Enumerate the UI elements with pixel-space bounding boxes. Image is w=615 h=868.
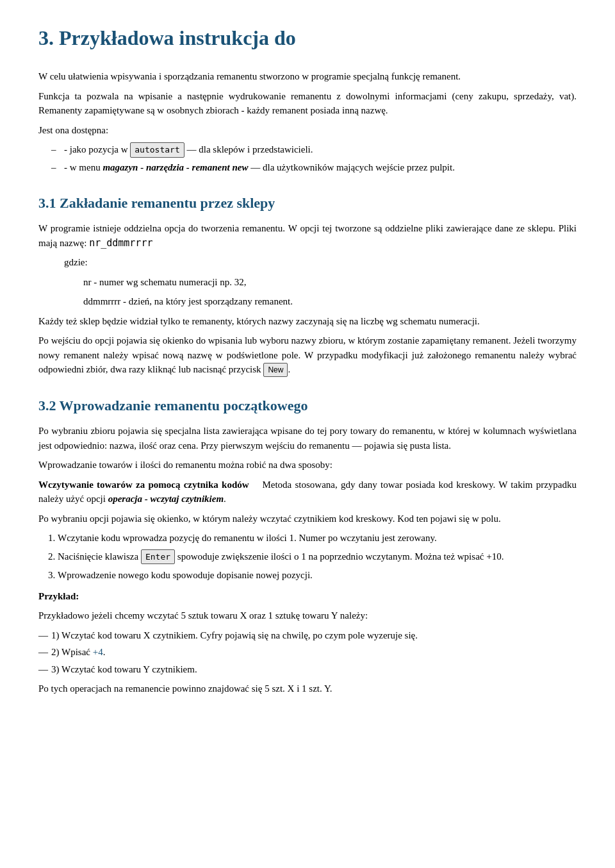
page-title: 3. Przykładowa instrukcja do — [38, 26, 577, 50]
method1-p2: Po wybraniu opcji pojawia się okienko, w… — [38, 512, 577, 526]
example-step-2: 2) Wpisać +4. — [38, 645, 577, 660]
method1-para: Wczytywanie towarów za pomocą czytnika k… — [38, 478, 577, 506]
section-31: 3.1 Zakładanie remanentu przez sklepy W … — [38, 192, 577, 377]
intro-section: W celu ułatwienia wpisywania i sporządza… — [38, 69, 577, 174]
steps-list: Wczytanie kodu wprowadza pozycję do rema… — [58, 531, 577, 583]
intro-p2: Funkcja ta pozwala na wpisanie a następn… — [38, 89, 577, 118]
intro-p3: Jest ona dostępna: — [38, 123, 577, 138]
step-2: Naciśnięcie klawisza Enter spowoduje zwi… — [58, 549, 577, 565]
filename-where-block: gdzie: nr - numer wg schematu numeracji … — [64, 255, 577, 309]
intro-list: - jako pozycja w autostart — dla sklepów… — [51, 142, 577, 174]
example-intro: Przykładowo jeżeli chcemy wczytać 5 sztu… — [38, 608, 577, 623]
intro-item2: - w menu magazyn - narzędzia - remanent … — [51, 160, 577, 175]
section-31-p1: W programie istnieje oddzielna opcja do … — [38, 221, 577, 250]
method1-heading: Wczytywanie towarów za pomocą czytnika k… — [38, 480, 249, 490]
nr-desc: nr - numer wg schematu numeracji np. 32, — [83, 275, 577, 290]
section-32: 3.2 Wprowadzanie remanentu początkowego … — [38, 395, 577, 696]
enter-key: Enter — [141, 549, 175, 565]
example-steps-list: 1) Wczytać kod towaru X czytnikiem. Cyfr… — [38, 628, 577, 677]
section-31-p2: Każdy też sklep będzie widział tylko te … — [38, 314, 577, 329]
step-3: Wprowadzenie nowego kodu spowoduje dopis… — [58, 568, 577, 583]
example-heading: Przykład: — [38, 589, 577, 604]
example-step-1: 1) Wczytać kod towaru X czytnikiem. Cyfr… — [38, 628, 577, 643]
autostart-button: autostart — [130, 142, 184, 158]
new-button: New — [263, 363, 288, 377]
section-32-p1: Po wybraniu zbioru pojawia się specjalna… — [38, 424, 577, 453]
example-step-3: 3) Wczytać kod towaru Y czytnikiem. — [38, 662, 577, 677]
where-label: gdzie: — [64, 255, 577, 270]
example-conclusion: Po tych operacjach na remanencie powinno… — [38, 681, 577, 696]
intro-item1: - jako pozycja w autostart — dla sklepów… — [51, 142, 577, 158]
step-1: Wczytanie kodu wprowadza pozycję do rema… — [58, 531, 577, 546]
intro-p1: W celu ułatwienia wpisywania i sporządza… — [38, 69, 577, 84]
section-31-heading: 3.1 Zakładanie remanentu przez sklepy — [38, 192, 577, 213]
section-31-p3: Po wejściu do opcji pojawia się okienko … — [38, 333, 577, 377]
section-32-p2: Wprowadzanie towarów i ilości do remanen… — [38, 458, 577, 472]
dd-desc: ddmmrrrr - dzień, na który jest sporządz… — [83, 294, 577, 309]
section-32-heading: 3.2 Wprowadzanie remanentu początkowego — [38, 395, 577, 416]
